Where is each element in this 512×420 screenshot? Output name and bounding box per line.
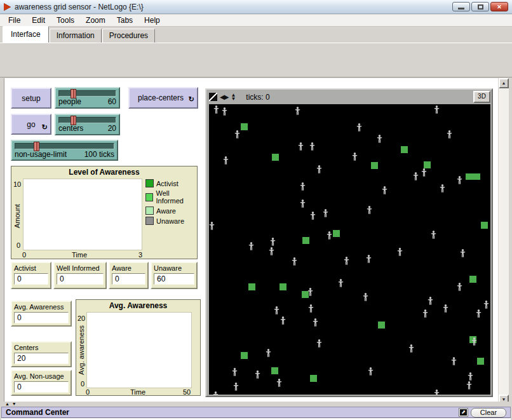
- non-usage-limit-slider[interactable]: non-usage-limit 100 ticks: [11, 140, 118, 161]
- person-turtle: [447, 130, 452, 139]
- view-3d-button[interactable]: 3D: [473, 91, 490, 103]
- centers-slider-value: 20: [108, 124, 116, 133]
- menu-file[interactable]: File: [3, 15, 26, 26]
- aware-swatch: [145, 207, 154, 215]
- person-turtle: [248, 242, 254, 250]
- center-turtle: [248, 283, 255, 290]
- non-usage-limit-slider-label: non-usage-limit: [15, 150, 67, 159]
- netlogo-app-icon: [4, 3, 11, 11]
- awareness-ymin: 0: [17, 241, 20, 249]
- avg-non-usage-monitor-value: 0: [14, 381, 69, 393]
- centers-monitor: Centers 20: [11, 341, 72, 367]
- command-center-expand-button[interactable]: ⬈: [459, 408, 468, 417]
- title-bar: awareness grid sensor - NetLogo {E:\} ✕: [0, 0, 512, 14]
- tab-interface[interactable]: Interface: [3, 26, 49, 43]
- world-resize-icon[interactable]: [209, 93, 217, 101]
- avg-awareness-plot-area: [86, 312, 192, 388]
- awareness-legend: Activist Well Informed Aware Unaware: [145, 179, 197, 227]
- person-turtle: [366, 255, 372, 263]
- unaware-monitor: Unaware 60: [151, 262, 198, 289]
- non-usage-limit-slider-value: 100 ticks: [84, 150, 114, 159]
- person-turtle: [367, 206, 372, 214]
- non-usage-limit-slider-handle[interactable]: [34, 142, 39, 151]
- person-turtle: [434, 105, 440, 114]
- vertical-wrap-icon[interactable]: ▲▼: [231, 93, 236, 101]
- setup-button[interactable]: setup: [11, 88, 51, 109]
- well-informed-monitor-label: Well Informed: [57, 264, 104, 272]
- avg-awareness-xlabel: Time: [130, 388, 145, 396]
- legend-item-aware: Aware: [145, 207, 197, 215]
- menu-help[interactable]: Help: [138, 15, 166, 26]
- tab-information[interactable]: Information: [50, 29, 102, 43]
- person-turtle: [300, 200, 306, 208]
- activist-swatch: [145, 179, 154, 187]
- legend-item-activist: Activist: [145, 179, 197, 187]
- window-title: awareness grid sensor - NetLogo {E:\}: [15, 3, 144, 11]
- center-turtle: [424, 161, 431, 168]
- aware-legend-label: Aware: [156, 207, 176, 215]
- horizontal-wrap-icon[interactable]: ◀▶: [220, 93, 228, 100]
- go-button[interactable]: go ↻: [11, 114, 51, 135]
- person-turtle: [233, 383, 239, 391]
- aware-monitor-value: 0: [112, 273, 145, 285]
- well-informed-monitor: Well Informed 0: [53, 262, 107, 289]
- clear-button[interactable]: Clear: [471, 408, 506, 417]
- awareness-xmax: 3: [138, 251, 142, 259]
- menu-zoom[interactable]: Zoom: [80, 15, 111, 26]
- person-turtle: [368, 367, 374, 376]
- center-turtle: [302, 237, 309, 244]
- well-informed-swatch: [145, 193, 153, 201]
- avg-awareness-monitor: Avg. Awareness 0: [11, 301, 72, 327]
- person-turtle: [327, 231, 332, 240]
- scroll-up-button[interactable]: ▲: [499, 78, 509, 88]
- awareness-ylabel: Amount: [13, 204, 21, 228]
- splitter-arrows-icon[interactable]: ▲ ▼: [5, 402, 17, 407]
- center-turtle: [481, 222, 488, 229]
- menu-edit[interactable]: Edit: [26, 15, 51, 26]
- forever-icon: ↻: [189, 96, 194, 102]
- centers-slider-handle[interactable]: [71, 116, 76, 125]
- minimize-button[interactable]: [452, 2, 470, 11]
- person-turtle: [280, 316, 286, 325]
- people-slider[interactable]: people 60: [55, 87, 120, 109]
- menu-tabs[interactable]: Tabs: [111, 15, 138, 26]
- tab-procedures[interactable]: Procedures: [102, 29, 155, 43]
- avg-awareness-plot-title: Avg. Awareness: [76, 300, 200, 310]
- diagonal-arrow-icon: ⬈: [460, 409, 467, 416]
- menu-tools[interactable]: Tools: [51, 15, 80, 26]
- maximize-button[interactable]: [471, 2, 489, 11]
- person-turtle: [431, 231, 436, 239]
- vertical-scrollbar[interactable]: ▲ ▼: [499, 78, 509, 405]
- unaware-legend-label: Unaware: [156, 217, 184, 225]
- person-turtle: [344, 257, 349, 265]
- person-turtle: [457, 176, 462, 184]
- place-centers-button-label: place-centers: [138, 93, 184, 102]
- person-turtle: [266, 349, 271, 357]
- activist-monitor: Activist 0: [11, 262, 51, 289]
- maximize-icon: [478, 4, 483, 10]
- person-turtle: [223, 156, 229, 165]
- command-center-title: Command Center: [6, 408, 69, 417]
- person-turtle: [363, 293, 368, 301]
- person-turtle: [408, 344, 414, 353]
- aware-monitor-label: Aware: [112, 264, 145, 272]
- person-turtle: [307, 288, 313, 296]
- people-slider-handle[interactable]: [71, 89, 76, 98]
- centers-slider[interactable]: centers 20: [55, 114, 120, 135]
- place-centers-button[interactable]: place-centers ↻: [128, 87, 198, 109]
- person-turtle: [274, 306, 280, 315]
- center-turtle: [272, 154, 279, 161]
- command-center-splitter[interactable]: ▲ ▼: [0, 402, 512, 407]
- world-canvas[interactable]: [209, 104, 490, 395]
- command-center-header: Command Center ⬈ Clear: [1, 407, 511, 418]
- person-turtle: [323, 209, 328, 217]
- avg-awareness-plot: Avg. Awareness 20 0 Avg. awareness 0 Tim…: [76, 299, 201, 396]
- avg-awareness-ymin: 0: [81, 380, 84, 388]
- person-turtle: [428, 297, 433, 305]
- person-turtle: [451, 357, 457, 365]
- world-view-header: ◀▶ ▲▼ ticks: 0 3D: [206, 90, 492, 104]
- person-turtle: [421, 168, 427, 177]
- close-button[interactable]: ✕: [490, 2, 508, 11]
- center-turtle: [241, 352, 248, 359]
- awareness-xmin: 0: [22, 251, 26, 259]
